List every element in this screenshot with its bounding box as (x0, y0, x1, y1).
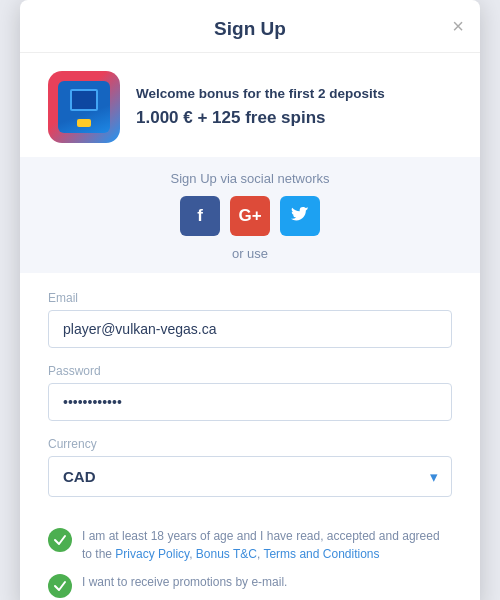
or-use-label: or use (40, 246, 460, 261)
signup-modal: Sign Up × Welcome bonus for the first 2 … (20, 0, 480, 600)
bonus-desc: 1.000 € + 125 free spins (136, 107, 385, 129)
bonus-image (48, 71, 120, 143)
safe-icon (58, 81, 110, 133)
promotions-checkbox-row: I want to receive promotions by e-mail. (20, 573, 480, 598)
social-label: Sign Up via social networks (40, 171, 460, 186)
promotions-text: I want to receive promotions by e-mail. (82, 573, 287, 591)
promotions-checkbox[interactable] (48, 574, 72, 598)
terms-checkbox[interactable] (48, 528, 72, 552)
email-input[interactable] (48, 310, 452, 348)
terms-checkbox-row: I am at least 18 years of age and I have… (20, 527, 480, 563)
currency-group: Currency CAD USD EUR GBP ▾ (48, 437, 452, 497)
password-group: Password (48, 364, 452, 421)
privacy-policy-link[interactable]: Privacy Policy (115, 547, 189, 561)
password-input[interactable] (48, 383, 452, 421)
terms-conditions-link[interactable]: Terms and Conditions (263, 547, 379, 561)
currency-select[interactable]: CAD USD EUR GBP (48, 456, 452, 497)
form-section: Email Password Currency CAD USD EUR GBP … (20, 273, 480, 527)
facebook-button[interactable]: f (180, 196, 220, 236)
currency-label: Currency (48, 437, 452, 451)
social-buttons: f G+ (40, 196, 460, 236)
social-section: Sign Up via social networks f G+ or use (20, 157, 480, 273)
close-button[interactable]: × (452, 16, 464, 36)
email-group: Email (48, 291, 452, 348)
bonus-text: Welcome bonus for the first 2 deposits 1… (136, 85, 385, 129)
twitter-button[interactable] (280, 196, 320, 236)
bonus-section: Welcome bonus for the first 2 deposits 1… (20, 53, 480, 157)
modal-title: Sign Up (214, 18, 286, 40)
bonus-tandc-link[interactable]: Bonus T&C (196, 547, 257, 561)
bonus-title: Welcome bonus for the first 2 deposits (136, 85, 385, 103)
modal-header: Sign Up × (20, 0, 480, 53)
email-label: Email (48, 291, 452, 305)
password-label: Password (48, 364, 452, 378)
google-plus-button[interactable]: G+ (230, 196, 270, 236)
currency-select-wrapper: CAD USD EUR GBP ▾ (48, 456, 452, 497)
terms-text: I am at least 18 years of age and I have… (82, 527, 452, 563)
